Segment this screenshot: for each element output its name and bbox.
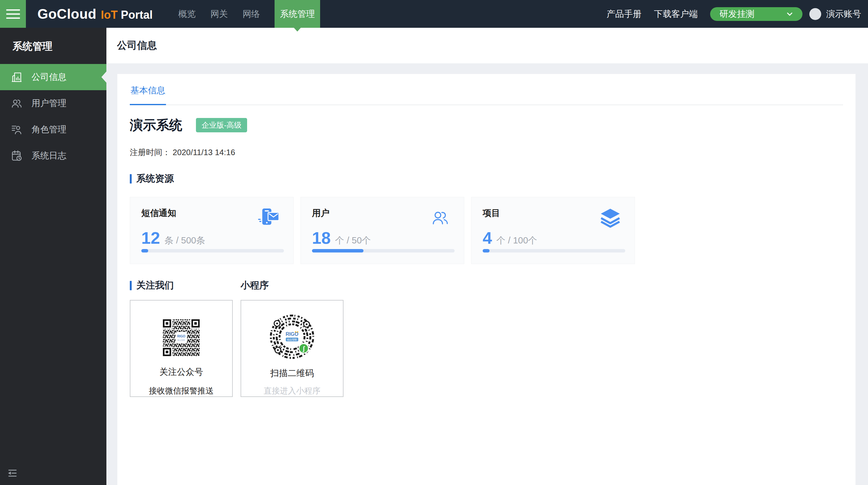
nav-item-system-management[interactable]: 系统管理 bbox=[275, 0, 320, 28]
section-title: 系统资源 bbox=[136, 172, 174, 185]
resource-progress-bar bbox=[312, 249, 455, 252]
register-time-row: 注册时间： 2020/11/13 14:16 bbox=[130, 147, 843, 158]
company-name: 演示系统 bbox=[130, 116, 182, 134]
hamburger-menu-button[interactable] bbox=[0, 0, 26, 28]
app-window: GoCloud IoT Portal 概览 网关 网络 系统管理 产品手册 下载… bbox=[0, 0, 868, 485]
users-icon bbox=[429, 208, 451, 229]
qr-logo-text: RIGO bbox=[177, 335, 185, 338]
content-area: 基本信息 演示系统 企业版-高级 注册时间： 2020/11/13 14:16 … bbox=[106, 63, 868, 485]
app-logo: GoCloud IoT Portal bbox=[37, 6, 153, 22]
register-time-label: 注册时间： bbox=[130, 148, 170, 157]
sidebar-item-label: 角色管理 bbox=[32, 124, 66, 135]
follow-us-column: 关注我们 bbox=[130, 279, 233, 397]
resource-cards-row: 短信通知 bbox=[130, 197, 843, 264]
system-resources-header: 系统资源 bbox=[130, 172, 843, 185]
sidebar-collapse-button[interactable] bbox=[7, 468, 18, 478]
active-item-arrow bbox=[101, 71, 106, 83]
resource-progress-bar bbox=[483, 249, 625, 252]
navbar-right-area: 产品手册 下载客户端 研发挂测 演示账号 bbox=[607, 7, 861, 21]
section-accent-bar bbox=[130, 281, 132, 290]
company-row: 演示系统 企业版-高级 bbox=[130, 116, 843, 134]
miniprogram-card: RIGO 锐合智联 ʃ 扫描二维码 直 bbox=[241, 300, 343, 397]
qr-logo-subtext: 锐合智联 bbox=[177, 339, 185, 341]
product-manual-link[interactable]: 产品手册 bbox=[607, 8, 642, 20]
resource-number: 4 bbox=[483, 230, 492, 246]
sidebar-item-company-info[interactable]: 公司信息 bbox=[0, 64, 106, 90]
resource-unit: 条 / 500条 bbox=[164, 236, 205, 246]
building-icon bbox=[10, 71, 23, 83]
resource-number: 18 bbox=[312, 230, 331, 246]
page-title: 公司信息 bbox=[117, 39, 157, 53]
resource-value: 12 条 / 500条 bbox=[141, 230, 205, 246]
resource-progress-fill bbox=[312, 249, 364, 252]
official-account-card: RIGO 锐合智联 关注公众号 接收微信报警推送 bbox=[130, 300, 233, 397]
tab-bar: 基本信息 bbox=[130, 74, 843, 105]
users-icon bbox=[10, 97, 23, 110]
sidebar-item-label: 系统日志 bbox=[32, 150, 66, 162]
sidebar-item-system-log[interactable]: 系统日志 bbox=[0, 143, 106, 169]
top-navbar: GoCloud IoT Portal 概览 网关 网络 系统管理 产品手册 下载… bbox=[0, 0, 868, 28]
section-title: 关注我们 bbox=[136, 279, 174, 292]
resource-card-projects: 项目 4 个 / 100个 bbox=[471, 197, 635, 264]
resource-value: 4 个 / 100个 bbox=[483, 230, 537, 246]
resource-number: 12 bbox=[141, 230, 160, 246]
nav-item-gateway[interactable]: 网关 bbox=[210, 0, 228, 28]
qr-logo-subtext: 锐合智联 bbox=[287, 338, 297, 341]
qr-caption: 扫描二维码 bbox=[270, 367, 314, 379]
active-tab-caret bbox=[294, 28, 301, 32]
miniprogram-header: 小程序 bbox=[241, 279, 343, 292]
sidebar-item-label: 用户管理 bbox=[32, 97, 66, 109]
chevron-down-icon bbox=[785, 9, 794, 19]
qr-subcaption: 接收微信报警推送 bbox=[149, 386, 214, 396]
qr-logo-text: RIGO bbox=[286, 331, 299, 337]
resource-progress-bar bbox=[141, 249, 284, 252]
register-time-value: 2020/11/13 14:16 bbox=[173, 148, 235, 157]
sidebar-item-user-management[interactable]: 用户管理 bbox=[0, 90, 106, 116]
logo-gocloud: GoCloud bbox=[37, 6, 96, 22]
plan-badge: 企业版-高级 bbox=[196, 118, 247, 132]
resource-progress-fill bbox=[141, 249, 148, 252]
environment-select[interactable]: 研发挂测 bbox=[710, 7, 803, 21]
company-info-card: 基本信息 演示系统 企业版-高级 注册时间： 2020/11/13 14:16 … bbox=[117, 74, 856, 485]
layers-icon bbox=[599, 208, 621, 229]
qr-caption: 关注公众号 bbox=[159, 366, 203, 378]
page-header: 公司信息 bbox=[106, 28, 868, 63]
section-title: 小程序 bbox=[241, 279, 269, 292]
sidebar-item-label: 公司信息 bbox=[32, 71, 66, 83]
resource-unit: 个 / 50个 bbox=[335, 236, 371, 246]
nav-item-label: 系统管理 bbox=[280, 8, 315, 20]
svg-text:ʃ: ʃ bbox=[302, 345, 305, 352]
sidebar: 系统管理 公司信息 用户 bbox=[0, 28, 106, 485]
qr-subcaption: 直接进入小程序 bbox=[264, 386, 320, 396]
tab-basic-info[interactable]: 基本信息 bbox=[130, 74, 166, 105]
resource-progress-fill bbox=[483, 249, 490, 252]
sidebar-title: 系统管理 bbox=[0, 28, 106, 64]
miniprogram-column: 小程序 bbox=[241, 279, 343, 397]
resource-value: 18 个 / 50个 bbox=[312, 230, 371, 246]
sms-phone-icon bbox=[256, 208, 280, 229]
resource-unit: 个 / 100个 bbox=[496, 236, 537, 246]
sidebar-item-role-management[interactable]: 角色管理 bbox=[0, 116, 106, 143]
logo-iot: IoT bbox=[101, 8, 118, 22]
resource-card-sms: 短信通知 bbox=[130, 197, 293, 264]
main-area: 公司信息 基本信息 演示系统 企业版-高级 注册时间： 2020/11/13 1… bbox=[106, 28, 868, 485]
nav-item-overview[interactable]: 概览 bbox=[178, 0, 196, 28]
official-account-qr-code: RIGO 锐合智联 bbox=[158, 319, 204, 357]
account-name[interactable]: 演示账号 bbox=[826, 8, 861, 20]
avatar[interactable] bbox=[809, 8, 821, 20]
qr-section-row: 关注我们 bbox=[130, 279, 843, 397]
nav-item-network[interactable]: 网络 bbox=[242, 0, 260, 28]
log-icon bbox=[10, 150, 23, 162]
follow-us-header: 关注我们 bbox=[130, 279, 233, 292]
resource-card-users: 用户 18 个 / 50个 bbox=[301, 197, 464, 264]
download-client-link[interactable]: 下载客户端 bbox=[654, 8, 698, 20]
miniprogram-qr-code: RIGO 锐合智联 ʃ bbox=[264, 312, 320, 362]
miniprogram-icon: ʃ bbox=[299, 344, 309, 353]
role-icon bbox=[10, 123, 23, 136]
top-navigation: 概览 网关 网络 系统管理 bbox=[178, 0, 320, 28]
logo-portal: Portal bbox=[121, 8, 153, 22]
environment-select-value: 研发挂测 bbox=[719, 8, 785, 20]
section-accent-bar bbox=[130, 174, 132, 183]
